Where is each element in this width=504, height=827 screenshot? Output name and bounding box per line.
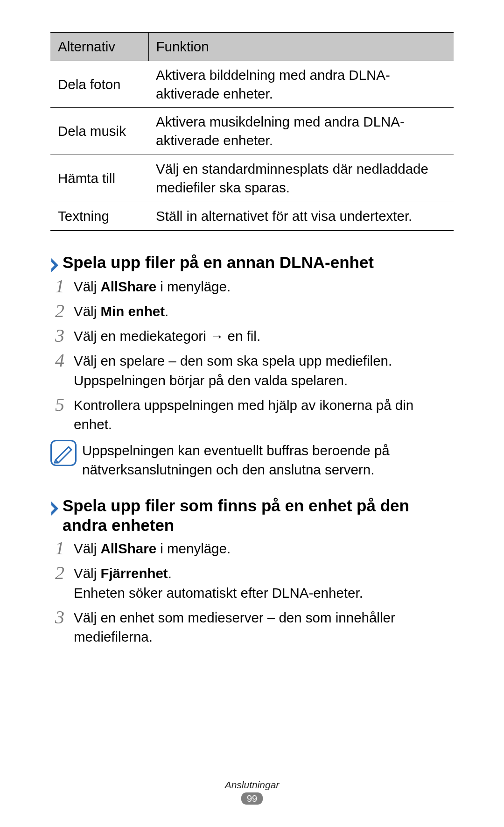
- function-cell: Ställ in alternativet för att visa under…: [148, 202, 454, 230]
- step-number: 3: [50, 604, 69, 630]
- step-number: 2: [50, 298, 69, 324]
- table-row: Dela musik Aktivera musikdelning med and…: [50, 108, 454, 155]
- footer-section-name: Anslutningar: [0, 779, 504, 791]
- step-item: 1 Välj AllShare i menyläge.: [50, 277, 454, 296]
- step-item: 3 Välj en mediekategori → en fil.: [50, 326, 454, 346]
- function-cell: Aktivera musikdelning med andra DLNA-akt…: [148, 108, 454, 155]
- step-item: 3 Välj en enhet som medieserver – den so…: [50, 608, 454, 647]
- table-header-option: Alternativ: [50, 32, 148, 61]
- step-text: Välj Min enhet.: [74, 304, 168, 319]
- step-text: Välj en mediekategori → en fil.: [74, 328, 260, 344]
- chevron-right-icon: [50, 501, 60, 516]
- steps-list: 1 Välj AllShare i menyläge. 2 Välj Fjärr…: [50, 539, 454, 646]
- note-box: Uppspelningen kan eventuellt buffras ber…: [50, 440, 454, 480]
- step-text: Välj en spelare – den som ska spela upp …: [74, 353, 392, 388]
- table-row: Textning Ställ in alternativet för att v…: [50, 202, 454, 230]
- heading-text: Spela upp filer på en annan DLNA-enhet: [63, 253, 374, 272]
- svg-marker-2: [51, 502, 58, 516]
- section-heading: Spela upp filer på en annan DLNA-enhet: [50, 253, 454, 273]
- step-item: 4 Välj en spelare – den som ska spela up…: [50, 351, 454, 390]
- function-cell: Aktivera bilddelning med andra DLNA-akti…: [148, 61, 454, 108]
- step-number: 3: [50, 323, 69, 349]
- steps-list: 1 Välj AllShare i menyläge. 2 Välj Min e…: [50, 277, 454, 434]
- option-cell: Dela foton: [50, 61, 148, 108]
- step-number: 4: [50, 347, 69, 374]
- step-item: 5 Kontrollera uppspelningen med hjälp av…: [50, 396, 454, 434]
- table-row: Dela foton Aktivera bilddelning med andr…: [50, 61, 454, 108]
- step-text: Välj Fjärrenhet.Enheten söker automatisk…: [74, 565, 363, 600]
- step-text: Välj AllShare i menyläge.: [74, 279, 231, 294]
- step-number: 2: [50, 560, 69, 586]
- option-cell: Textning: [50, 202, 148, 230]
- step-number: 1: [50, 535, 69, 561]
- table-row: Hämta till Välj en standardminnesplats d…: [50, 155, 454, 202]
- step-text: Välj AllShare i menyläge.: [74, 541, 231, 556]
- heading-text: Spela upp filer som finns på en enhet på…: [63, 496, 454, 535]
- option-cell: Dela musik: [50, 108, 148, 155]
- step-number: 5: [50, 392, 69, 418]
- function-cell: Välj en standardminnesplats där nedladda…: [148, 155, 454, 202]
- page-footer: Anslutningar 99: [0, 779, 504, 805]
- step-item: 1 Välj AllShare i menyläge.: [50, 539, 454, 558]
- step-text: Välj en enhet som medieserver – den som …: [74, 610, 395, 644]
- step-item: 2 Välj Min enhet.: [50, 302, 454, 321]
- table-header-function: Funktion: [148, 32, 454, 61]
- option-cell: Hämta till: [50, 155, 148, 202]
- svg-marker-0: [51, 258, 58, 272]
- chevron-right-icon: [50, 257, 60, 273]
- step-item: 2 Välj Fjärrenhet.Enheten söker automati…: [50, 564, 454, 602]
- note-text: Uppspelningen kan eventuellt buffras ber…: [82, 440, 454, 480]
- footer-page-number: 99: [0, 792, 504, 805]
- options-table: Alternativ Funktion Dela foton Aktivera …: [50, 32, 454, 231]
- note-icon: [50, 440, 77, 466]
- section-heading: Spela upp filer som finns på en enhet på…: [50, 496, 454, 535]
- step-number: 1: [50, 273, 69, 299]
- step-text: Kontrollera uppspelningen med hjälp av i…: [74, 397, 413, 432]
